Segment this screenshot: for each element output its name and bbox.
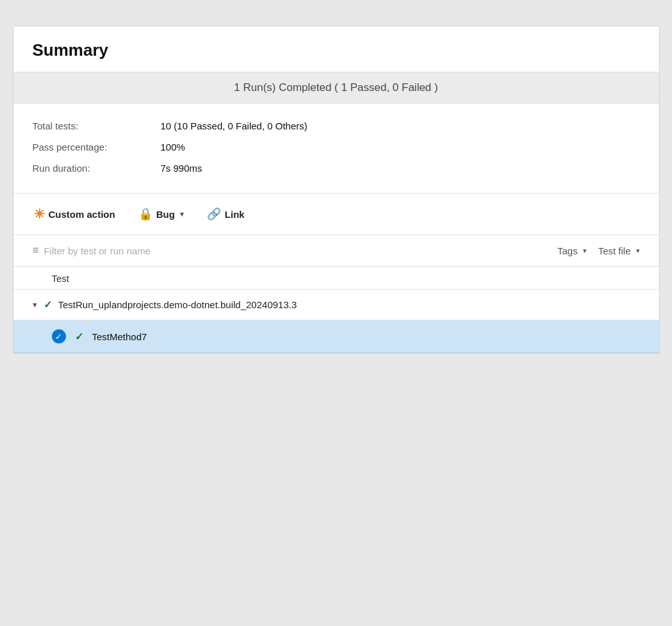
asterisk-icon: ✳ bbox=[34, 206, 45, 222]
bug-icon: 🔒 bbox=[138, 207, 152, 221]
link-button[interactable]: 🔗 Link bbox=[206, 204, 246, 224]
selected-pass-check-icon: ✓ bbox=[75, 331, 83, 343]
custom-action-label: Custom action bbox=[49, 209, 115, 220]
test-run-row[interactable]: ▾ ✓ TestRun_uplandprojects.demo-dotnet.b… bbox=[13, 290, 659, 320]
run-duration-row: Run duration: 7s 990ms bbox=[33, 158, 640, 179]
testfile-chevron-icon: ▾ bbox=[636, 247, 640, 255]
filter-icon: ≡ bbox=[33, 244, 39, 257]
tags-label: Tags bbox=[557, 245, 578, 256]
custom-action-button[interactable]: ✳ Custom action bbox=[33, 204, 117, 224]
filter-placeholder: Filter by test or run name bbox=[44, 245, 151, 256]
selected-test-label: TestMethod7 bbox=[92, 331, 147, 342]
pass-percentage-value: 100% bbox=[161, 142, 185, 152]
stats-section: Total tests: 10 (10 Passed, 0 Failed, 0 … bbox=[13, 104, 659, 194]
main-card: Summary 1 Run(s) Completed ( 1 Passed, 0… bbox=[13, 26, 660, 354]
selected-test-row[interactable]: ✓ ✓ TestMethod7 bbox=[13, 320, 659, 353]
pass-checkmark-icon: ✓ bbox=[44, 299, 52, 311]
expand-icon[interactable]: ▾ bbox=[33, 300, 37, 309]
pass-percentage-row: Pass percentage: 100% bbox=[33, 136, 640, 158]
runs-completed-bar: 1 Run(s) Completed ( 1 Passed, 0 Failed … bbox=[13, 72, 659, 104]
bug-label: Bug bbox=[156, 209, 175, 220]
runs-completed-text: 1 Run(s) Completed ( 1 Passed, 0 Failed … bbox=[234, 81, 438, 94]
summary-header: Summary bbox=[13, 26, 659, 72]
run-label: TestRun_uplandprojects.demo-dotnet.build… bbox=[58, 299, 297, 310]
run-duration-value: 7s 990ms bbox=[161, 163, 202, 174]
bug-button[interactable]: 🔒 Bug ▾ bbox=[137, 204, 185, 224]
bug-chevron-icon: ▾ bbox=[180, 210, 184, 218]
page-title: Summary bbox=[33, 40, 640, 60]
tags-dropdown[interactable]: Tags ▾ bbox=[557, 245, 587, 256]
tags-chevron-icon: ▾ bbox=[583, 247, 587, 255]
filter-input-area[interactable]: ≡ Filter by test or run name bbox=[33, 244, 557, 257]
selected-checkbox-icon: ✓ bbox=[52, 329, 66, 343]
total-tests-value: 10 (10 Passed, 0 Failed, 0 Others) bbox=[161, 120, 307, 131]
checkmark-icon: ✓ bbox=[55, 332, 62, 342]
testfile-dropdown[interactable]: Test file ▾ bbox=[598, 245, 640, 256]
run-duration-label: Run duration: bbox=[33, 163, 161, 174]
link-label: Link bbox=[225, 209, 245, 220]
total-tests-row: Total tests: 10 (10 Passed, 0 Failed, 0 … bbox=[33, 115, 640, 136]
testfile-label: Test file bbox=[598, 245, 631, 256]
col-test-header: Test bbox=[33, 273, 70, 284]
link-icon: 🔗 bbox=[207, 207, 221, 221]
table-header: Test bbox=[13, 267, 659, 290]
filter-bar: ≡ Filter by test or run name Tags ▾ Test… bbox=[13, 235, 659, 267]
pass-percentage-label: Pass percentage: bbox=[33, 142, 161, 152]
actions-bar: ✳ Custom action 🔒 Bug ▾ 🔗 Link bbox=[13, 194, 659, 235]
total-tests-label: Total tests: bbox=[33, 120, 161, 131]
